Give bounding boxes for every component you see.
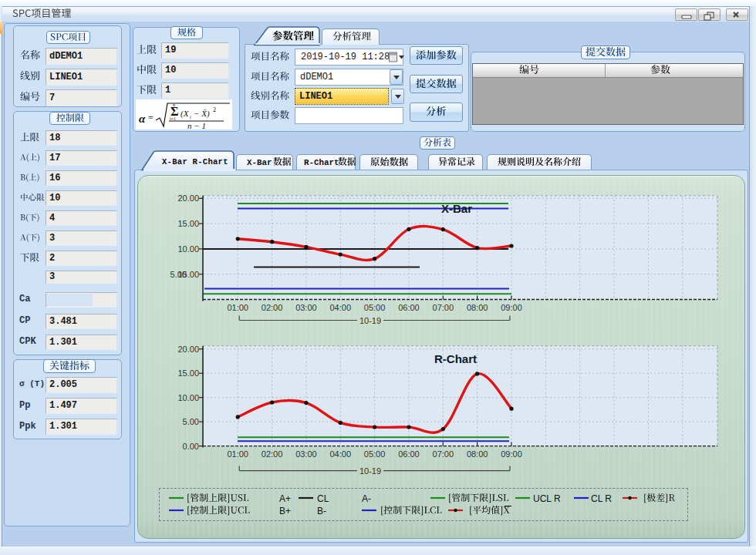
svg-text:20.00: 20.00 [177, 345, 199, 354]
svg-text:20.00: 20.00 [177, 193, 199, 203]
svg-text:10-19: 10-19 [359, 466, 381, 476]
svg-text:02:00: 02:00 [262, 449, 283, 459]
svg-text:n: n [173, 103, 175, 107]
svg-text:α: α [139, 113, 146, 125]
svg-text:07:00: 07:00 [433, 449, 454, 459]
svg-text:03:00: 03:00 [295, 449, 317, 459]
svg-text:− X̄): − X̄) [194, 109, 210, 119]
svg-text:05:00: 05:00 [364, 449, 386, 459]
svg-text:09:00: 09:00 [501, 303, 522, 312]
svg-text:01:00: 01:00 [227, 303, 248, 312]
svg-text:10.00: 10.00 [177, 393, 199, 402]
svg-text:06:00: 06:00 [398, 303, 420, 312]
svg-text:i: i [190, 115, 191, 119]
svg-text:R-Chart: R-Chart [434, 352, 477, 365]
svg-text:10.00: 10.00 [177, 244, 199, 254]
svg-text:0.00: 0.00 [183, 442, 199, 451]
svg-text:08:00: 08:00 [467, 449, 488, 459]
svg-text:i=1: i=1 [170, 116, 176, 121]
svg-text:(X: (X [181, 109, 190, 119]
svg-text:=: = [148, 113, 154, 123]
svg-text:07:00: 07:00 [433, 303, 454, 312]
svg-text:5.00: 5.00 [183, 417, 199, 426]
svg-text:06:00: 06:00 [398, 449, 420, 459]
svg-text:15.00: 15.00 [177, 270, 199, 279]
svg-text:15.00: 15.00 [177, 368, 199, 378]
svg-text:04:00: 04:00 [329, 303, 351, 312]
svg-text:09:00: 09:00 [501, 449, 522, 459]
svg-text:05:00: 05:00 [364, 303, 386, 312]
svg-text:04:00: 04:00 [329, 449, 351, 459]
svg-text:2: 2 [213, 106, 216, 113]
svg-text:01:00: 01:00 [227, 449, 248, 459]
svg-text:X-Bar: X-Bar [441, 202, 472, 215]
svg-text:03:00: 03:00 [295, 303, 317, 312]
svg-text:10-19: 10-19 [359, 316, 381, 325]
svg-text:02:00: 02:00 [262, 303, 283, 312]
svg-text:n − 1: n − 1 [187, 121, 206, 130]
svg-text:08:00: 08:00 [467, 303, 488, 312]
svg-text:15.00: 15.00 [177, 219, 199, 228]
